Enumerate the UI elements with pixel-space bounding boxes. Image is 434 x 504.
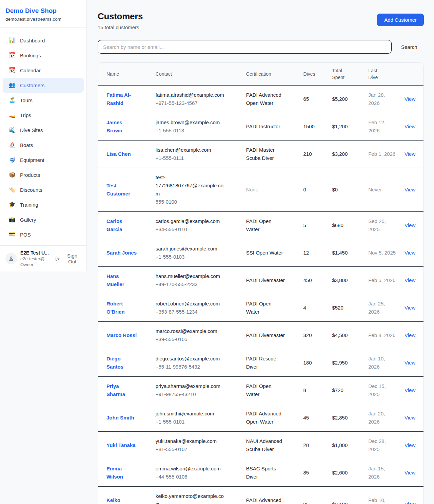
sidebar-item-trips[interactable]: 🚤Trips (3, 108, 84, 123)
search-bar: Search (98, 40, 424, 54)
total-spent: $2,100 (332, 486, 368, 504)
sidebar-item-products[interactable]: 📦Products (3, 167, 84, 182)
table-row: Keiko Yamamotokeiko.yamamoto@example.com… (98, 486, 423, 504)
dives-count: 4 (303, 294, 332, 321)
certification: PADI Open Water (246, 382, 286, 398)
view-customer-link[interactable]: View (405, 124, 415, 129)
view-customer-link[interactable]: View (405, 470, 415, 475)
sidebar-item-label: Trips (20, 112, 31, 118)
customer-phone: +34-555-0110 (156, 225, 239, 234)
sidebar-item-dashboard[interactable]: 📊Dashboard (3, 33, 84, 48)
sidebar-item-customers[interactable]: 👥Customers (3, 78, 84, 93)
total-spent: $2,850 (332, 404, 368, 431)
total-spent: $5,200 (332, 85, 368, 113)
diving-mask-icon: 🤿 (9, 157, 16, 163)
column-header: Contact (156, 63, 246, 85)
sidebar-item-gallery[interactable]: 📸Gallery (3, 212, 84, 227)
total-spent: $1,800 (332, 431, 368, 459)
customer-name-link[interactable]: Sarah Jones (106, 249, 137, 257)
view-customer-link[interactable]: View (405, 501, 415, 504)
customer-name-link[interactable]: Diego Santos (106, 355, 138, 371)
dives-count: 12 (303, 239, 332, 266)
last-dive-date: Jan 28, 2026 (368, 91, 396, 107)
customer-phone: +81-555-0107 (156, 445, 239, 453)
view-customer-link[interactable]: View (405, 187, 415, 192)
table-row: Hans Muellerhans.mueller@example.com+49-… (98, 266, 423, 294)
customer-name-link[interactable]: Priya Sharma (106, 382, 138, 398)
dives-count: 210 (303, 140, 332, 168)
view-customer-link[interactable]: View (405, 277, 415, 283)
sidebar-item-discounts[interactable]: 🏷️Discounts (3, 182, 84, 197)
sidebar-item-label: Dashboard (20, 38, 45, 43)
view-customer-link[interactable]: View (405, 332, 415, 338)
customer-name-link[interactable]: Carlos Garcia (106, 217, 138, 234)
sidebar-item-equipment[interactable]: 🤿Equipment (3, 152, 84, 167)
sidebar-item-label: POS (20, 232, 31, 238)
certification: PADI Rescue Diver (246, 355, 286, 371)
view-customer-link[interactable]: View (405, 96, 415, 102)
column-header: Dives (303, 63, 332, 85)
users-icon: 👥 (9, 82, 16, 88)
dives-count: 28 (303, 431, 332, 459)
customer-name-link[interactable]: Lisa Chen (106, 150, 131, 158)
sidebar-item-calendar[interactable]: 📆Calendar (3, 63, 84, 78)
customer-email: yuki.tanaka@example.com (156, 437, 228, 445)
customer-name-link[interactable]: Yuki Tanaka (106, 441, 136, 449)
total-spent: $0 (332, 168, 368, 211)
view-customer-link[interactable]: View (405, 305, 415, 311)
user-name: E2E Test U... (20, 250, 52, 256)
customer-name-link[interactable]: Robert O'Brien (106, 300, 138, 316)
view-customer-link[interactable]: View (405, 387, 415, 393)
customer-name-link[interactable]: Marco Rossi (106, 331, 137, 339)
view-customer-link[interactable]: View (405, 415, 415, 421)
search-button[interactable]: Search (401, 44, 417, 50)
island-icon: 🏝️ (9, 97, 16, 103)
price-tag-icon: 🏷️ (9, 187, 16, 192)
view-customer-link[interactable]: View (405, 442, 415, 448)
column-header: Name (98, 63, 156, 85)
page-header: Customers 15 total customers Add Custome… (98, 11, 424, 30)
certification: PADI Open Water (246, 217, 286, 234)
total-spent: $1,200 (332, 113, 368, 140)
sidebar-item-dive-sites[interactable]: 🌊Dive Sites (3, 123, 84, 137)
table-row: John Smithjohn.smith@example.com+1-555-0… (98, 404, 423, 431)
total-spent: $3,800 (332, 266, 368, 294)
last-dive-date: Jan 10, 2026 (368, 355, 396, 371)
sign-out-button[interactable]: Sign Out (55, 253, 82, 264)
certification: PADI Advanced Open Water (246, 496, 286, 504)
dives-count: 65 (303, 85, 332, 113)
package-icon: 📦 (9, 172, 16, 178)
sidebar-item-label: Discounts (20, 187, 42, 193)
customer-name-link[interactable]: Hans Mueller (106, 272, 138, 288)
sidebar-item-bookings[interactable]: 📅Bookings (3, 48, 84, 63)
view-customer-link[interactable]: View (405, 222, 415, 228)
user-role: Owner (20, 262, 52, 267)
customer-name-link[interactable]: Test Customer (106, 182, 138, 198)
dives-count: 45 (303, 404, 332, 431)
customer-name-link[interactable]: James Brown (106, 118, 138, 135)
sidebar-item-training[interactable]: 🎓Training (3, 197, 84, 212)
user-email: e2e-tester@... (20, 256, 52, 262)
search-input[interactable] (98, 40, 392, 54)
customer-name-link[interactable]: John Smith (106, 414, 134, 422)
customer-phone: 555-0100 (156, 198, 239, 206)
total-spent: $680 (332, 211, 368, 239)
view-customer-link[interactable]: View (405, 151, 415, 157)
table-row: Carlos Garciacarlos.garcia@example.com+3… (98, 211, 423, 239)
sidebar-item-tours[interactable]: 🏝️Tours (3, 93, 84, 108)
customer-name-link[interactable]: Emma Wilson (106, 465, 138, 481)
add-customer-button[interactable]: Add Customer (377, 14, 424, 26)
customer-email: sarah.jones@example.com (156, 245, 228, 253)
speedboat-icon: 🚤 (9, 112, 16, 118)
dives-count: 320 (303, 321, 332, 349)
customer-name-link[interactable]: Fatima Al-Rashid (106, 91, 138, 107)
view-customer-link[interactable]: View (405, 360, 415, 366)
view-customer-link[interactable]: View (405, 250, 415, 256)
customer-email: john.smith@example.com (156, 410, 228, 418)
customer-name-link[interactable]: Keiko Yamamoto (106, 496, 138, 504)
sidebar-item-boats[interactable]: ⛵Boats (3, 137, 84, 152)
dives-count: 5 (303, 211, 332, 239)
sidebar-nav: 📊Dashboard📅Bookings📆Calendar👥Customers🏝️… (0, 27, 86, 245)
customer-email: marco.rossi@example.com (156, 327, 228, 335)
sidebar-item-pos[interactable]: 💳POS (3, 227, 84, 242)
